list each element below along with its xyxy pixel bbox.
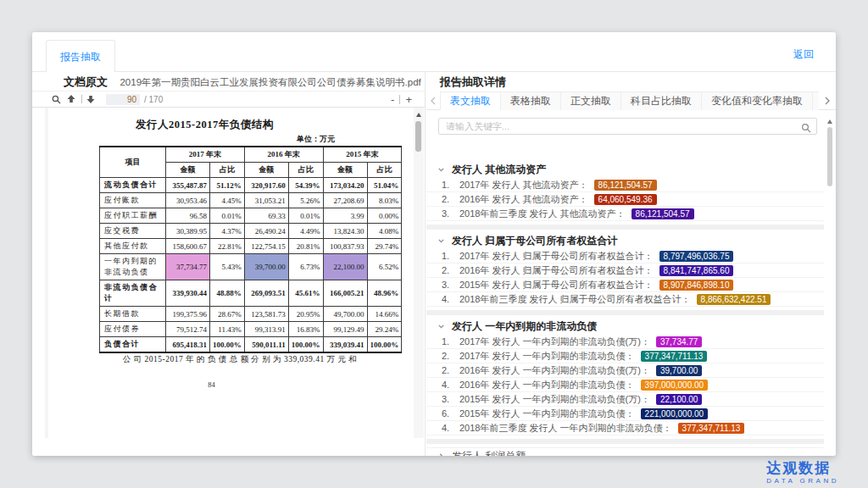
table-cell: 28.67% bbox=[210, 307, 245, 322]
details-tab[interactable]: 董监高年龄抽取 bbox=[813, 92, 819, 110]
page-total-label: / 170 bbox=[144, 95, 163, 104]
table-cell: 158,600.67 bbox=[166, 239, 210, 254]
pdf-page: 发行人2015-2017年负债结构 单位：万元 项目 2017 年末 2016 … bbox=[32, 108, 425, 438]
item-value-badge[interactable]: 39,700.00 bbox=[656, 365, 703, 376]
highlighted-cell: 37,734.77 bbox=[166, 254, 210, 280]
table-cell: 29.74% bbox=[367, 239, 402, 254]
item-label: 2015年 发行人 一年内到期的非流动负债： bbox=[459, 408, 635, 420]
item-index: 1. bbox=[442, 336, 459, 347]
chevron-down-icon bbox=[437, 323, 445, 330]
scrollbar-thumb[interactable] bbox=[827, 127, 832, 186]
page-number-input[interactable] bbox=[106, 94, 140, 105]
details-scrollbar[interactable] bbox=[826, 119, 833, 451]
desktop-background: 报告抽取 返回 文档原文 2019年第一期贵阳白云工业发展投资有限公司公司债券募… bbox=[0, 0, 868, 488]
search-icon[interactable] bbox=[801, 121, 811, 136]
table-cell: 31,053.21 bbox=[244, 193, 288, 208]
item-value-badge[interactable]: 8,841,747,865.60 bbox=[659, 265, 734, 276]
subheader-amount: 金额 bbox=[323, 163, 367, 178]
extraction-item[interactable]: 1.2017年 发行人 归属于母公司所有者权益合计：8,797,496,036.… bbox=[426, 249, 824, 263]
group-header[interactable]: 发行人 一年内到期的非流动负债 bbox=[426, 319, 824, 335]
extraction-item[interactable]: 2.2017年 发行人 一年内到期的非流动负债：377,347,711.13 bbox=[426, 349, 824, 363]
table-cell: 4.49% bbox=[288, 224, 323, 239]
table-cell: 6.73% bbox=[288, 254, 323, 280]
item-value-badge[interactable]: 397,000,000.00 bbox=[641, 380, 709, 391]
table-cell: 100.00% bbox=[288, 337, 323, 353]
item-value-badge[interactable]: 86,121,504.57 bbox=[632, 208, 694, 219]
extraction-item[interactable]: 2.2016年 发行人 一年内到期的非流动负债(万)：39,700.00 bbox=[426, 363, 824, 378]
item-value-badge[interactable]: 8,907,846,898.10 bbox=[659, 280, 734, 291]
item-value-badge[interactable]: 221,000,000.00 bbox=[641, 408, 709, 419]
doc-source-label: 文档原文 bbox=[64, 75, 108, 88]
extraction-item[interactable]: 4.2018年前三季度 发行人 一年内到期的非流动负债：377,347,711.… bbox=[426, 421, 824, 435]
details-tab[interactable]: 表文抽取 bbox=[440, 92, 501, 110]
chevron-right-icon bbox=[437, 452, 445, 457]
zoom-out-button[interactable]: - bbox=[387, 92, 398, 108]
pdf-table-title: 发行人2015-2017年负债结构 bbox=[136, 118, 274, 132]
back-link[interactable]: 返回 bbox=[793, 47, 814, 62]
document-header: 文档原文 2019年第一期贵阳白云工业发展投资有限公司公司债券募集说明书.pdf bbox=[32, 72, 425, 92]
extraction-item[interactable]: 3.2018年前三季度 发行人 其他流动资产：86,121,504.57 bbox=[426, 207, 824, 221]
page-up-icon[interactable] bbox=[67, 95, 75, 103]
item-index: 6. bbox=[442, 408, 459, 419]
search-icon[interactable] bbox=[52, 95, 61, 104]
scroll-up-icon[interactable] bbox=[827, 119, 832, 124]
zoom-in-button[interactable]: + bbox=[401, 92, 416, 108]
keyword-search bbox=[438, 118, 817, 135]
extraction-item[interactable]: 1.2017年 发行人 其他流动资产：86,121,504.57 bbox=[426, 178, 824, 192]
top-tab-bar: 报告抽取 返回 bbox=[32, 32, 836, 72]
search-input[interactable] bbox=[438, 118, 817, 135]
item-label: 2015年 发行人 归属于母公司所有者权益合计： bbox=[459, 279, 654, 291]
item-value-badge[interactable]: 8,797,496,036.75 bbox=[659, 251, 734, 262]
details-title: 报告抽取详情 bbox=[426, 72, 836, 88]
scroll-up-icon[interactable] bbox=[416, 113, 421, 117]
extraction-item[interactable]: 6.2015年 发行人 一年内到期的非流动负债：221,000,000.00 bbox=[426, 407, 824, 421]
extraction-item[interactable]: 1.2017年 发行人 一年内到期的非流动负债(万)：37,734.77 bbox=[426, 335, 824, 349]
pdf-scrollbar[interactable] bbox=[414, 108, 424, 438]
details-tab[interactable]: 表格抽取 bbox=[501, 92, 561, 110]
extraction-item[interactable]: 4.2018年前三季度 发行人 归属于母公司所有者权益合计：8,866,632,… bbox=[426, 292, 824, 307]
datagrand-logo: 达观数据 DATA GRAND bbox=[766, 460, 839, 485]
table-cell: 4.37% bbox=[210, 224, 245, 239]
scrollbar-thumb[interactable] bbox=[415, 121, 421, 152]
tab-scroll-right-icon[interactable] bbox=[824, 97, 831, 105]
table-row: 应付账款30,953.464.45%31,053.215.26%27,208.6… bbox=[100, 193, 402, 208]
table-cell: 27,208.69 bbox=[323, 193, 367, 208]
item-value-badge[interactable]: 8,866,632,422.51 bbox=[697, 294, 771, 305]
item-value-badge[interactable]: 64,060,549.36 bbox=[594, 194, 657, 205]
extraction-item[interactable]: 3.2015年 发行人 归属于母公司所有者权益合计：8,907,846,898.… bbox=[426, 278, 824, 292]
item-label: 2018年前三季度 发行人 归属于母公司所有者权益合计： bbox=[459, 293, 691, 306]
item-value-badge[interactable]: 86,121,504.57 bbox=[594, 180, 657, 191]
app-window: 报告抽取 返回 文档原文 2019年第一期贵阳白云工业发展投资有限公司公司债券募… bbox=[32, 32, 836, 456]
group-header[interactable]: 发行人 归属于母公司所有者权益合计 bbox=[426, 233, 824, 249]
pdf-toolbar: / 170 - + bbox=[32, 92, 425, 108]
extraction-item[interactable]: 3.2015年 发行人 一年内到期的非流动负债(万)：22,100.00 bbox=[426, 392, 824, 407]
item-value-badge[interactable]: 377,347,711.13 bbox=[641, 351, 708, 362]
group-title: 发行人 利润总额 bbox=[452, 449, 526, 457]
tab-scroll-left-icon[interactable] bbox=[430, 97, 437, 105]
table-cell: 49,700.00 bbox=[323, 307, 367, 322]
group-header[interactable]: 发行人 其他流动资产 bbox=[426, 162, 824, 178]
details-tab[interactable]: 正文抽取 bbox=[561, 92, 621, 110]
table-row: 应交税费30,389.954.37%26,490.244.49%13,824.3… bbox=[100, 224, 402, 239]
extraction-item[interactable]: 4.2016年 发行人 一年内到期的非流动负债：397,000,000.00 bbox=[426, 378, 824, 392]
group-title: 发行人 一年内到期的非流动负债 bbox=[452, 319, 597, 334]
table-cell: 54.39% bbox=[288, 178, 323, 193]
table-cell: 11.43% bbox=[210, 322, 245, 337]
table-cell: 173,034.20 bbox=[323, 178, 367, 193]
table-cell: 8.03% bbox=[367, 193, 402, 208]
group-header[interactable]: 发行人 利润总额 bbox=[426, 447, 824, 456]
details-tab[interactable]: 科目占比抽取 bbox=[621, 92, 702, 110]
item-value-badge[interactable]: 377,347,711.13 bbox=[678, 423, 745, 434]
table-cell: 51.04% bbox=[367, 178, 402, 193]
item-label: 2016年 发行人 归属于母公司所有者权益合计： bbox=[459, 264, 654, 277]
page-down-icon[interactable] bbox=[86, 95, 95, 103]
details-tab[interactable]: 变化值和变化率抽取 bbox=[702, 92, 813, 110]
extraction-item[interactable]: 2.2016年 发行人 其他流动资产：64,060,549.36 bbox=[426, 192, 824, 207]
item-value-badge[interactable]: 22,100.00 bbox=[656, 394, 703, 405]
item-label: 2017年 发行人 其他流动资产： bbox=[459, 179, 588, 191]
extraction-item[interactable]: 2.2016年 发行人 归属于母公司所有者权益合计：8,841,747,865.… bbox=[426, 263, 824, 278]
table-cell: 51.12% bbox=[210, 178, 245, 193]
item-value-badge[interactable]: 37,734.77 bbox=[656, 336, 703, 347]
tab-report-extraction[interactable]: 报告抽取 bbox=[46, 40, 115, 73]
pdf-page-number: 84 bbox=[32, 380, 391, 389]
